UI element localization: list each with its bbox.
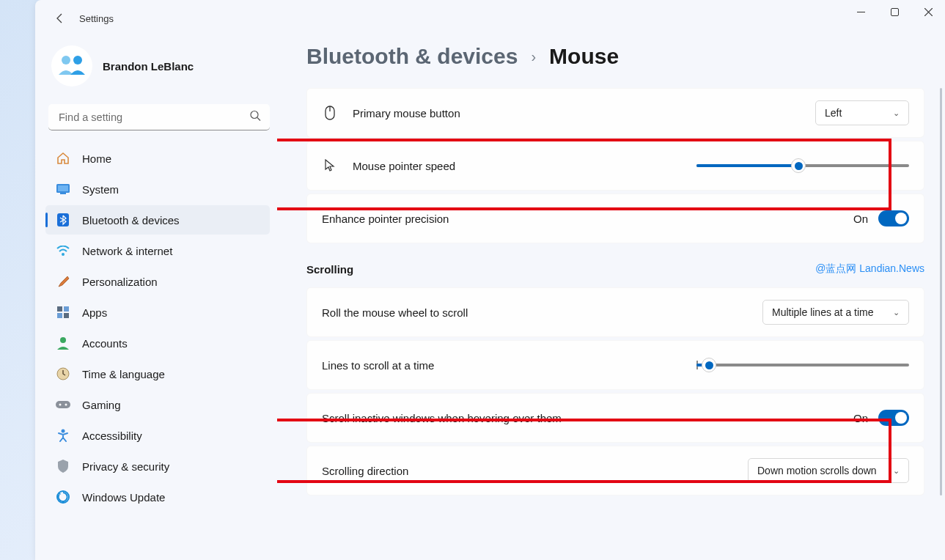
- svg-rect-8: [60, 193, 66, 194]
- setting-label: Scrolling direction: [322, 465, 733, 477]
- setting-label: Enhance pointer precision: [322, 213, 839, 225]
- sidebar-item-label: Accounts: [82, 337, 128, 350]
- settings-list: Primary mouse button Left ⌄ Mouse pointe…: [306, 88, 924, 495]
- avatar: [51, 45, 92, 86]
- svg-rect-7: [58, 185, 68, 191]
- setting-label: Roll the mouse wheel to scroll: [322, 306, 748, 319]
- sidebar-item-apps[interactable]: Apps: [45, 298, 270, 327]
- scroll-inactive-toggle[interactable]: [878, 410, 909, 426]
- sidebar-item-system[interactable]: System: [45, 174, 270, 204]
- svg-rect-14: [64, 313, 69, 318]
- section-header-label: Scrolling: [306, 263, 353, 276]
- back-button[interactable]: [48, 7, 72, 30]
- sidebar-item-gaming[interactable]: Gaming: [45, 390, 270, 419]
- svg-line-5: [257, 118, 260, 121]
- breadcrumb-current: Mouse: [549, 44, 619, 69]
- svg-rect-12: [64, 306, 69, 312]
- sidebar-item-privacy[interactable]: Privacy & security: [45, 452, 270, 481]
- chevron-down-icon: ⌄: [893, 466, 900, 476]
- sidebar-item-time[interactable]: Time & language: [45, 359, 270, 388]
- sidebar-item-label: Personalization: [82, 276, 158, 288]
- setting-lines-scroll: Lines to scroll at a time: [306, 340, 924, 390]
- close-button[interactable]: [911, 0, 945, 23]
- setting-label: Primary mouse button: [353, 107, 801, 119]
- bluetooth-icon: [56, 213, 70, 227]
- mouse-icon: [322, 106, 338, 120]
- sidebar-item-label: Privacy & security: [82, 460, 169, 473]
- sidebar-item-update[interactable]: Windows Update: [45, 482, 270, 512]
- svg-point-10: [62, 253, 65, 256]
- breadcrumb-parent[interactable]: Bluetooth & devices: [306, 44, 518, 69]
- svg-point-15: [60, 337, 66, 343]
- minimize-icon: [857, 8, 865, 16]
- scrollbar[interactable]: [940, 88, 942, 495]
- sidebar-item-accessibility[interactable]: Accessibility: [45, 421, 270, 450]
- maximize-button[interactable]: [878, 0, 911, 23]
- user-profile[interactable]: Brandon LeBlanc: [45, 37, 277, 101]
- dropdown-value: Down motion scrolls down: [757, 465, 877, 476]
- sidebar-item-home[interactable]: Home: [45, 144, 270, 173]
- primary-button-dropdown[interactable]: Left ⌄: [815, 100, 909, 125]
- svg-point-2: [62, 56, 70, 65]
- home-icon: [56, 151, 70, 166]
- setting-label: Mouse pointer speed: [353, 160, 682, 172]
- accessibility-icon: [56, 428, 70, 443]
- setting-enhance-precision: Enhance pointer precision On: [306, 194, 924, 243]
- scroll-direction-dropdown[interactable]: Down motion scrolls down ⌄: [748, 458, 909, 483]
- app-title: Settings: [79, 13, 114, 24]
- lines-scroll-slider[interactable]: [696, 358, 909, 372]
- clock-icon: [56, 366, 70, 381]
- setting-label: Scroll inactive windows when hovering ov…: [322, 412, 839, 424]
- sidebar-item-bluetooth[interactable]: Bluetooth & devices: [45, 205, 270, 235]
- pointer-speed-slider[interactable]: [696, 158, 909, 173]
- toggle-state: On: [853, 213, 868, 225]
- shield-icon: [56, 459, 70, 474]
- update-icon: [56, 490, 70, 504]
- svg-rect-11: [57, 306, 62, 312]
- svg-point-3: [73, 56, 82, 65]
- nav: Home System Bluetooth & devices Network …: [45, 144, 277, 512]
- window-controls: [844, 0, 945, 23]
- content: Brandon LeBlanc Home System: [35, 37, 945, 560]
- sidebar-item-label: Network & internet: [82, 245, 172, 257]
- setting-primary-button: Primary mouse button Left ⌄: [306, 88, 924, 138]
- sidebar-item-label: Bluetooth & devices: [82, 214, 180, 226]
- toggle-state: On: [853, 412, 868, 424]
- titlebar: Settings: [35, 0, 945, 37]
- svg-point-20: [62, 430, 65, 433]
- sidebar-item-personalization[interactable]: Personalization: [45, 267, 270, 296]
- dropdown-value: Multiple lines at a time: [772, 306, 874, 318]
- roll-wheel-dropdown[interactable]: Multiple lines at a time ⌄: [762, 300, 909, 325]
- chevron-right-icon: ›: [531, 48, 536, 65]
- enhance-precision-toggle[interactable]: [878, 210, 909, 226]
- chevron-down-icon: ⌄: [893, 308, 900, 317]
- toggle-wrap: On: [853, 410, 909, 426]
- sidebar-item-label: Accessibility: [82, 430, 142, 442]
- sidebar-item-label: Apps: [82, 306, 107, 319]
- sidebar-item-network[interactable]: Network & internet: [45, 236, 270, 265]
- svg-rect-1: [891, 8, 898, 15]
- svg-point-4: [251, 111, 258, 119]
- breadcrumb: Bluetooth & devices › Mouse: [306, 44, 924, 69]
- svg-rect-13: [57, 313, 62, 318]
- person-icon: [56, 336, 70, 350]
- svg-point-18: [59, 404, 62, 406]
- sidebar-item-accounts[interactable]: Accounts: [45, 328, 270, 358]
- main-content: Bluetooth & devices › Mouse Primary mous…: [277, 37, 945, 560]
- search-box: [48, 104, 270, 130]
- chevron-down-icon: ⌄: [893, 108, 900, 118]
- svg-point-19: [65, 404, 67, 406]
- maximize-icon: [891, 8, 899, 16]
- sidebar-item-label: Home: [82, 152, 111, 165]
- search-input[interactable]: [48, 104, 270, 130]
- sidebar-item-label: Windows Update: [82, 491, 165, 504]
- setting-scroll-direction: Scrolling direction Down motion scrolls …: [306, 446, 924, 495]
- system-icon: [56, 182, 70, 196]
- section-header-scrolling: Scrolling @蓝点网 Landian.News: [306, 262, 924, 276]
- arrow-left-icon: [54, 12, 66, 24]
- minimize-button[interactable]: [844, 0, 878, 23]
- sidebar-item-label: Time & language: [82, 368, 165, 380]
- user-name: Brandon LeBlanc: [103, 60, 194, 73]
- wifi-icon: [56, 243, 70, 258]
- svg-rect-17: [56, 401, 70, 408]
